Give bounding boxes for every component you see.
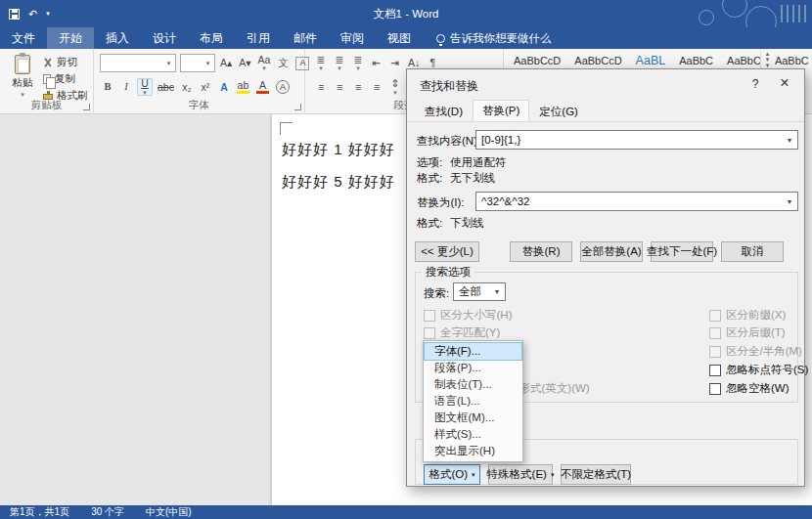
word-window: ↶ ▾ 文档1 - Word 文件 开始 插入 设计 布局 引用 邮件 审阅 视… xyxy=(0,0,812,519)
justify-button[interactable]: ≡ xyxy=(369,78,384,96)
replace-button[interactable]: 替换(R) xyxy=(510,241,572,262)
menu-item-paragraph[interactable]: 段落(P)... xyxy=(425,360,521,376)
line-spacing-button[interactable]: ⇕▾ xyxy=(387,78,403,96)
checkbox-match-case[interactable]: 区分大小写(H) xyxy=(424,308,512,323)
multilevel-list-button[interactable]: ≣▾ xyxy=(350,55,366,72)
font-name-caret-icon[interactable]: ▾ xyxy=(162,60,175,67)
menu-item-font[interactable]: 字体(F)... xyxy=(425,343,521,360)
replace-with-value: ^32^&^32 xyxy=(481,195,529,207)
paste-caret-icon: ▾ xyxy=(21,91,24,98)
search-direction-caret-icon[interactable]: ▾ xyxy=(489,283,505,300)
find-what-combo[interactable]: [0-9]{1,} ▾ xyxy=(475,130,798,150)
style-chip[interactable]: AaBbC xyxy=(675,54,717,67)
align-left-button[interactable]: ≡ xyxy=(313,78,329,96)
menu-item-language[interactable]: 语言(L)... xyxy=(425,393,521,410)
highlight-color-button[interactable]: ab xyxy=(235,78,251,96)
font-color-button[interactable]: A xyxy=(254,78,271,96)
bullets-button[interactable]: ≣▾ xyxy=(313,55,329,72)
dialog-tab-goto[interactable]: 定位(G) xyxy=(529,101,588,121)
dialog-help-button[interactable]: ? xyxy=(747,77,763,91)
checkbox-ignore-whitespace[interactable]: 忽略空格(W) xyxy=(709,381,789,396)
lightbulb-icon xyxy=(436,34,445,43)
checkbox-box xyxy=(709,327,721,339)
change-case-button[interactable]: Aa▾ xyxy=(256,55,273,72)
styles-gallery-scroll[interactable]: ▴ ▾ ▾ xyxy=(760,51,774,70)
status-language[interactable]: 中文(中国) xyxy=(146,505,192,519)
paste-button[interactable]: 粘贴 ▾ xyxy=(6,53,39,100)
style-chip[interactable]: AaBbC xyxy=(771,54,812,67)
enclose-characters-button[interactable]: A xyxy=(274,78,292,96)
tab-design[interactable]: 设计 xyxy=(141,27,188,49)
menu-item-frame[interactable]: 图文框(M)... xyxy=(425,410,521,426)
menu-item-highlight[interactable]: 突出显示(H) xyxy=(425,443,521,459)
tab-references[interactable]: 引用 xyxy=(235,27,282,49)
align-center-button[interactable]: ≡ xyxy=(332,78,347,96)
undo-icon[interactable]: ↶ xyxy=(28,9,37,20)
tab-review[interactable]: 审阅 xyxy=(329,27,376,49)
style-chip[interactable]: AaBbCcD xyxy=(570,54,625,67)
tab-layout[interactable]: 布局 xyxy=(188,27,235,49)
tab-insert[interactable]: 插入 xyxy=(94,27,141,49)
tell-me-box[interactable]: 告诉我你想要做什么 xyxy=(427,27,562,49)
decor-bars xyxy=(781,5,806,22)
bold-button[interactable]: B xyxy=(100,78,115,96)
cut-button[interactable]: 剪切 xyxy=(43,55,77,69)
font-dialog-launcher-icon[interactable] xyxy=(294,104,301,110)
dialog-close-button[interactable]: × xyxy=(775,74,794,92)
subscript-button[interactable]: x₂ xyxy=(179,78,195,96)
tab-view[interactable]: 视图 xyxy=(376,27,423,49)
less-button[interactable]: << 更少(L) xyxy=(415,241,479,262)
replace-with-combo[interactable]: ^32^&^32 ▾ xyxy=(475,192,798,211)
no-formatting-button[interactable]: 不限定格式(T) xyxy=(561,464,631,485)
save-icon[interactable] xyxy=(9,9,20,20)
dialog-tab-replace[interactable]: 替换(P) xyxy=(473,100,529,121)
style-chip[interactable]: AaBbC xyxy=(723,54,765,67)
font-size-caret-icon[interactable]: ▾ xyxy=(202,60,214,67)
status-page-info[interactable]: 第1页，共1页 xyxy=(10,505,69,519)
menu-item-tabs[interactable]: 制表位(T)... xyxy=(425,376,521,393)
menu-item-style[interactable]: 样式(S)... xyxy=(425,426,521,443)
phonetic-guide-button[interactable]: 文 xyxy=(275,55,291,72)
underline-button[interactable]: U▾ xyxy=(137,78,153,96)
decor-circle xyxy=(722,0,747,18)
align-right-button[interactable]: ≡ xyxy=(350,78,366,96)
tab-file[interactable]: 文件 xyxy=(0,27,47,49)
replace-with-caret-icon[interactable]: ▾ xyxy=(782,193,797,210)
tab-mailings[interactable]: 邮件 xyxy=(282,27,329,49)
increase-indent-button[interactable]: ⇥ xyxy=(387,55,403,72)
search-direction-combo[interactable]: 全部 ▾ xyxy=(453,282,506,301)
text-effects-button[interactable]: A xyxy=(216,78,232,96)
checkbox-match-prefix[interactable]: 区分前缀(X) xyxy=(709,308,786,323)
group-label-clipboard: 剪贴板 xyxy=(0,99,93,112)
font-name-combo[interactable]: ▾ xyxy=(100,54,176,72)
checkbox-whole-words[interactable]: 全字匹配(Y) xyxy=(424,325,500,340)
status-word-count[interactable]: 30 个字 xyxy=(91,505,124,519)
document-text-line[interactable]: 好好好 1 好好好 xyxy=(282,141,395,159)
group-clipboard: 粘贴 ▾ 剪切 复制 格式刷 剪贴板 xyxy=(0,49,94,114)
find-what-caret-icon[interactable]: ▾ xyxy=(782,131,797,149)
format-menu-button[interactable]: 格式(O) ▾ xyxy=(424,464,480,485)
cancel-button[interactable]: 取消 xyxy=(721,241,784,262)
numbering-button[interactable]: ≣▾ xyxy=(332,55,347,72)
document-text-line[interactable]: 好好好 5 好好好 xyxy=(282,173,395,192)
style-chip[interactable]: AaBbCcD xyxy=(510,54,564,67)
tab-home[interactable]: 开始 xyxy=(47,27,94,49)
special-menu-button[interactable]: 特殊格式(E) ▾ xyxy=(488,464,553,485)
grow-font-button[interactable]: A▴ xyxy=(218,55,234,72)
clipboard-dialog-launcher-icon[interactable] xyxy=(83,104,90,110)
style-chip[interactable]: AaBL xyxy=(632,53,670,68)
strikethrough-button[interactable]: abc xyxy=(156,78,176,96)
find-next-button[interactable]: 查找下一处(F) xyxy=(651,241,713,262)
font-size-combo[interactable]: ▾ xyxy=(180,54,215,72)
checkbox-match-suffix[interactable]: 区分后缀(T) xyxy=(709,325,786,340)
copy-button[interactable]: 复制 xyxy=(43,71,75,86)
dialog-tab-find[interactable]: 查找(D) xyxy=(415,101,473,121)
decrease-indent-button[interactable]: ⇤ xyxy=(369,55,384,72)
superscript-button[interactable]: x² xyxy=(198,78,213,96)
replace-all-button[interactable]: 全部替换(A) xyxy=(580,241,643,262)
checkbox-full-half-width[interactable]: 区分全/半角(M) xyxy=(709,344,802,359)
italic-button[interactable]: I xyxy=(118,78,134,96)
shrink-font-button[interactable]: A▾ xyxy=(237,55,252,72)
qat-customize-icon[interactable]: ▾ xyxy=(46,10,50,18)
checkbox-ignore-punctuation[interactable]: 忽略标点符号(S) xyxy=(709,363,808,377)
